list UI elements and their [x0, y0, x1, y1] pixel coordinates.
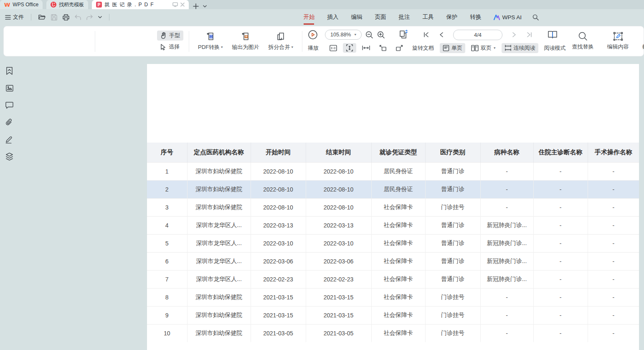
tab-edit[interactable]: 编辑 [351, 13, 362, 21]
tab-label: 找稻壳模板 [59, 1, 84, 8]
layers-icon[interactable] [5, 152, 14, 161]
undo-icon[interactable] [75, 15, 81, 20]
continuous-read-button[interactable]: 连续阅读 [502, 43, 538, 53]
pdf-page[interactable]: 序号定点医药机构名称开始时间结束时间就诊凭证类型医疗类别病种名称住院主诊断名称手… [147, 64, 639, 350]
find-replace-icon [578, 32, 588, 41]
read-mode-icon[interactable] [547, 30, 558, 39]
table-cell: - [588, 180, 639, 198]
table-cell: 2021-03-05 [251, 324, 306, 342]
table-row: 5深圳市龙华区人...2022-03-102022-03-10社会保障卡普通门诊… [147, 234, 639, 252]
hand-tool-button[interactable]: 手型 [157, 31, 183, 41]
chevron-down-icon: ▾ [494, 46, 496, 50]
ribbon-search-icon[interactable] [532, 14, 539, 20]
pdf-convert-button[interactable]: PDF转换▾ [195, 30, 226, 53]
screenshot-compare-button[interactable]: 截图对比 [639, 30, 644, 52]
table-row: 2深圳市妇幼保健院2022-08-102022-08-10居民身份证普通门诊--… [147, 180, 639, 198]
table-cell: 2022-03-13 [306, 216, 371, 234]
tab-convert[interactable]: 转换 [470, 13, 481, 21]
tab-wps-ai[interactable]: WPS AI [494, 14, 522, 20]
menu-bar: 文件 开始 插入 编辑 页面 批注 工具 保护 转换 [0, 9, 644, 25]
open-file-icon[interactable] [38, 14, 46, 20]
table-header-cell: 住院主诊断名称 [533, 143, 588, 162]
tab-insert[interactable]: 插入 [327, 13, 338, 21]
signature-icon[interactable] [5, 135, 14, 144]
tab-wps-office[interactable]: W WPS Office [0, 0, 43, 9]
double-page-button[interactable]: 双页 ▾ [468, 43, 499, 53]
tab-list-chevron-icon[interactable] [203, 5, 207, 8]
zoom-in-button[interactable] [377, 31, 385, 39]
tab-page[interactable]: 页面 [375, 13, 386, 21]
table-cell: 2022-08-10 [251, 180, 306, 198]
edit-content-icon [613, 32, 623, 41]
rotate-document-button[interactable]: 旋转文档 [409, 43, 437, 53]
table-cell: 普通门诊 [425, 234, 480, 252]
tab-document-pdf[interactable]: P 就医记录.PDF [92, 0, 189, 9]
find-replace-button[interactable]: 查找替换 [569, 30, 597, 52]
present-icon[interactable] [172, 2, 178, 7]
rotate-right-button[interactable] [393, 43, 406, 53]
wps-ai-icon [494, 15, 500, 20]
table-cell: - [588, 216, 639, 234]
divider [109, 14, 109, 20]
table-cell: 2021-03-15 [251, 288, 306, 306]
table-cell: 2021-03-05 [306, 324, 371, 342]
hand-tool-label: 手型 [169, 32, 180, 39]
split-merge-icon [276, 31, 286, 41]
table-header-cell: 开始时间 [251, 143, 306, 162]
swap-pages-button[interactable] [398, 30, 409, 40]
file-menu-button[interactable]: 文件 [5, 13, 24, 21]
table-cell: 深圳市妇幼保健院 [187, 288, 251, 306]
prev-page-button[interactable] [440, 32, 443, 37]
attachment-icon[interactable] [5, 118, 14, 127]
single-page-button[interactable]: 单页 [440, 43, 465, 53]
more-actions-chevron-icon[interactable] [98, 16, 102, 18]
table-cell: 社会保障卡 [371, 198, 425, 216]
next-page-button[interactable] [512, 32, 516, 37]
table-cell: 深圳市妇幼保健院 [187, 306, 251, 324]
rotate-left-button[interactable] [376, 43, 390, 53]
divider [95, 31, 95, 52]
tab-home[interactable]: 开始 [303, 13, 314, 21]
table-cell: 2022-08-10 [251, 198, 306, 216]
single-page-label: 单页 [451, 44, 462, 52]
comment-icon[interactable] [5, 101, 14, 110]
table-header-cell: 医疗类别 [425, 143, 480, 162]
zoom-level-dropdown[interactable]: 105.88% ▾ [325, 30, 362, 40]
table-cell: 社会保障卡 [371, 270, 425, 288]
table-cell: 深圳市妇幼保健院 [187, 324, 251, 342]
edit-content-button[interactable]: 编辑内容 [604, 30, 632, 52]
tab-protect[interactable]: 保护 [446, 13, 457, 21]
table-row: 9深圳市妇幼保健院2021-03-152021-03-15社会保障卡门诊挂号--… [147, 306, 639, 324]
tab-tools[interactable]: 工具 [422, 13, 434, 21]
table-cell: 深圳市龙华区人... [187, 270, 251, 288]
read-mode-button[interactable]: 阅读模式 [541, 43, 569, 53]
split-merge-button[interactable]: 拆分合并▾ [265, 30, 297, 53]
fit-page-button[interactable] [343, 43, 356, 53]
table-cell: - [480, 324, 533, 342]
tab-docer-templates[interactable]: じ 找稻壳模板 [46, 0, 88, 9]
last-page-button[interactable] [527, 32, 532, 37]
first-page-button[interactable] [423, 32, 429, 37]
table-row: 7深圳市龙华区人...2022-02-232022-02-23社会保障卡普通门诊… [147, 270, 639, 288]
redo-icon[interactable] [86, 15, 93, 20]
thumbnail-icon[interactable] [5, 84, 14, 92]
table-cell: - [533, 234, 588, 252]
zoom-out-button[interactable] [365, 31, 373, 39]
table-cell: 门诊挂号 [425, 324, 480, 342]
new-tab-button[interactable] [193, 3, 199, 9]
select-tool-button[interactable]: 选择 [157, 42, 183, 52]
tab-comment[interactable]: 批注 [398, 13, 410, 21]
export-image-button[interactable]: 输出为图片 [229, 30, 263, 53]
table-cell: - [533, 324, 588, 342]
print-icon[interactable] [63, 14, 69, 20]
bookmark-icon[interactable] [5, 66, 14, 75]
screenshot-compare-label: 截图对比 [642, 43, 644, 51]
select-tool-label: 选择 [169, 43, 180, 51]
page-number-input[interactable]: 4/4 [453, 30, 502, 40]
close-icon[interactable] [180, 3, 185, 7]
table-header-cell: 就诊凭证类型 [371, 143, 425, 162]
fit-width-button[interactable] [359, 43, 373, 52]
actual-size-button[interactable] [327, 43, 340, 53]
save-icon[interactable] [51, 14, 57, 20]
play-button[interactable] [308, 30, 318, 40]
